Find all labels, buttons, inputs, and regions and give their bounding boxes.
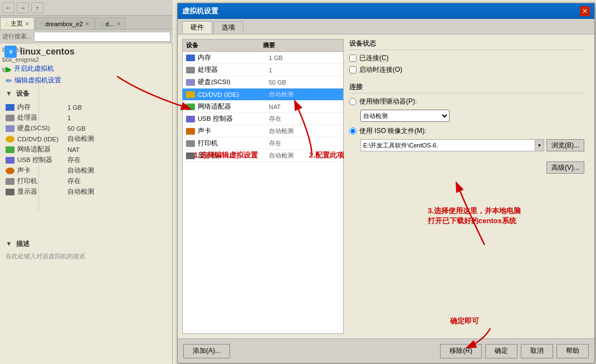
dialog-device-mem-val: 1 GB xyxy=(269,55,340,61)
device-name-prt: 打印机 xyxy=(17,177,67,185)
checkbox-connected[interactable] xyxy=(349,55,356,62)
dialog-close-button[interactable]: ✕ xyxy=(580,6,590,16)
device-status-group: 设备状态 已连接(C) 启动时连接(O) xyxy=(349,39,584,75)
radio-physical-row: 使用物理驱动器(P): xyxy=(349,97,584,106)
dialog-tab-options[interactable]: 选项 xyxy=(213,21,243,33)
dialog-tab-hardware[interactable]: 硬件 xyxy=(182,21,212,33)
tab-vm1-close[interactable]: ✕ xyxy=(85,21,90,27)
dialog-cpu-icon xyxy=(186,67,195,73)
up-button[interactable]: ↑ xyxy=(31,2,43,13)
tab-vm2-close[interactable]: ✕ xyxy=(116,21,121,27)
sidebar-toolbar: ← → ↑ xyxy=(0,0,173,16)
dialog-device-cd-val: 自动检测 xyxy=(269,90,340,99)
dialog-title: 虚拟机设置 xyxy=(182,6,218,16)
dialog-device-cpu-val: 1 xyxy=(269,67,340,73)
dialog-net-icon xyxy=(186,104,195,110)
dialog-titlebar: 虚拟机设置 ✕ xyxy=(178,3,594,19)
vm-icon: 🖥 xyxy=(4,46,17,58)
device-row-dsp: 显示器 自动检测 xyxy=(6,186,167,197)
iso-path-input[interactable] xyxy=(360,139,535,151)
device-row-prt: 打印机 存在 xyxy=(6,176,167,186)
tab-vm1[interactable]: □ dreambox_e2 ✕ xyxy=(35,17,95,29)
dialog-settings-panel: 设备状态 已连接(C) 启动时连接(O) 连接 使用物理驱动器 xyxy=(344,39,590,334)
dialog-tabs: 硬件 选项 xyxy=(178,19,594,35)
tab-vm1-label: dreambox_e2 xyxy=(45,21,82,27)
device-val-cd: 自动检测 xyxy=(67,135,167,143)
help-button[interactable]: 帮助 xyxy=(556,344,589,358)
device-row-mem: 内存 1 GB xyxy=(6,102,167,112)
dialog-device-mem[interactable]: 内存 1 GB xyxy=(183,52,343,64)
dialog-content: 设备 摘要 内存 1 GB 处理器 1 硬盘(SCSI) 50 GB xyxy=(178,35,594,338)
browse-button[interactable]: 浏览(B)... xyxy=(546,139,584,151)
add-device-button[interactable]: 添加(A)... xyxy=(183,344,230,358)
dialog-device-prt[interactable]: 打印机 存在 xyxy=(183,137,343,150)
desc-section: ▼ 描述 在此处键入对该虚拟机的描述. xyxy=(6,239,167,260)
dialog-device-list: 设备 摘要 内存 1 GB 处理器 1 硬盘(SCSI) 50 GB xyxy=(182,39,344,334)
dialog-device-cd-name: CD/DVD (IDE) xyxy=(198,91,269,98)
start-vm-link[interactable]: ▶ 开启此虚拟机 xyxy=(6,64,167,73)
iso-path-dropdown[interactable]: ▼ xyxy=(535,139,544,151)
start-vm-label: 开启此虚拟机 xyxy=(14,64,54,73)
device-name-hdd: 硬盘(SCSI) xyxy=(17,124,67,132)
device-val-usb: 存在 xyxy=(67,156,167,164)
prt-icon xyxy=(6,178,14,185)
forward-button[interactable]: → xyxy=(17,2,29,13)
tab-vm2[interactable]: □ d... ✕ xyxy=(95,17,126,29)
dialog-device-cpu[interactable]: 处理器 1 xyxy=(183,64,343,76)
edit-vm-link[interactable]: ✏ 编辑虚拟机设置 xyxy=(6,76,167,85)
dialog-device-net[interactable]: 网络适配器 NAT xyxy=(183,101,343,113)
back-button[interactable]: ← xyxy=(2,2,14,13)
radio-iso[interactable] xyxy=(349,127,356,135)
radio-iso-label: 使用 ISO 映像文件(M): xyxy=(359,126,427,136)
cancel-button[interactable]: 取消 xyxy=(521,344,553,358)
device-name-mem: 内存 xyxy=(17,103,67,111)
dialog-device-cpu-name: 处理器 xyxy=(198,66,269,74)
remove-device-button[interactable]: 移除(R) xyxy=(440,344,482,358)
usb-icon xyxy=(6,157,14,164)
dialog-device-hdd[interactable]: 硬盘(SCSI) 50 GB xyxy=(183,76,343,88)
radio-physical[interactable] xyxy=(349,98,356,105)
device-row-net: 网络适配器 NAT xyxy=(6,144,167,155)
edit-icon: ✏ xyxy=(6,76,12,85)
dialog-cd-icon xyxy=(186,91,195,98)
device-name-cpu: 处理器 xyxy=(17,114,67,122)
desc-title: ▼ 描述 xyxy=(6,239,167,249)
dialog-device-mem-name: 内存 xyxy=(198,53,269,62)
checkbox-boot[interactable] xyxy=(349,66,356,73)
dialog-snd-icon xyxy=(186,128,195,135)
dialog-device-snd-val: 自动检测 xyxy=(269,127,340,135)
dialog-device-usb[interactable]: USB 控制器 存在 xyxy=(183,113,343,125)
tab-home[interactable]: ⌂ 主页 ✕ xyxy=(0,17,35,29)
sidebar: ← → ↑ ⌂ 主页 ✕ □ dreambox_e2 ✕ □ d... ✕ xyxy=(0,0,173,364)
device-row-usb: USB 控制器 存在 xyxy=(6,155,167,165)
physical-drive-select[interactable]: 自动检测 xyxy=(360,110,450,122)
dialog-device-prt-name: 打印机 xyxy=(198,139,269,147)
dialog-dsp-icon xyxy=(186,153,195,159)
device-name-usb: USB 控制器 xyxy=(17,156,67,164)
device-name-snd: 声卡 xyxy=(17,166,67,175)
dialog-device-snd-name: 声卡 xyxy=(198,127,269,135)
search-input[interactable] xyxy=(34,32,170,42)
device-row-hdd: 硬盘(SCSI) 50 GB xyxy=(6,123,167,134)
dialog-device-net-name: 网络适配器 xyxy=(198,102,269,111)
device-val-mem: 1 GB xyxy=(67,104,167,111)
dialog-device-dsp[interactable]: 显示器 自动检测 xyxy=(183,150,343,162)
search-label: 进行搜索... xyxy=(2,32,32,41)
dialog-hdd-icon xyxy=(186,79,195,86)
sidebar-device-list: 内存 1 GB 处理器 1 硬盘(SCSI) 50 GB CD/DVD (IDE… xyxy=(6,102,167,197)
checkbox-boot-label: 启动时连接(O) xyxy=(359,65,402,75)
advanced-button[interactable]: 高级(V)... xyxy=(546,161,584,174)
device-val-cpu: 1 xyxy=(67,115,167,121)
tab-home-close[interactable]: ✕ xyxy=(25,21,30,27)
device-row-cd: CD/DVD (IDE) 自动检测 xyxy=(6,134,167,144)
snd-icon xyxy=(6,168,14,174)
vm-name-row: 🖥 linux_centos xyxy=(4,46,75,58)
dialog-device-snd[interactable]: 声卡 自动检测 xyxy=(183,125,343,137)
ok-button[interactable]: 确定 xyxy=(485,344,517,358)
dsp-icon xyxy=(6,189,14,195)
search-bar: 进行搜索... xyxy=(0,30,173,43)
dialog-device-hdd-val: 50 GB xyxy=(269,79,340,86)
dialog-device-cd[interactable]: CD/DVD (IDE) 自动检测 xyxy=(183,88,343,101)
device-val-dsp: 自动检测 xyxy=(67,188,167,196)
dialog-device-prt-val: 存在 xyxy=(269,139,340,147)
